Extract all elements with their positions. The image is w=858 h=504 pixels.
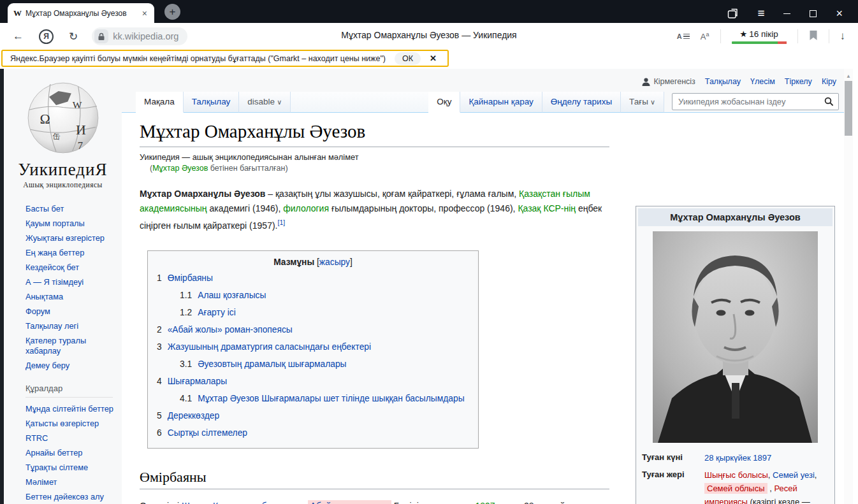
sidebar-tool-link[interactable]: RTRC: [25, 433, 48, 443]
sidebar-link[interactable]: Басты бет: [25, 204, 64, 213]
toc-link[interactable]: Жазушының драматургия саласындағы еңбект…: [168, 342, 371, 352]
plus-icon: +: [170, 6, 176, 18]
text-segment: ғылымдарының докторы, профессор (1946),: [329, 203, 518, 213]
search-input[interactable]: [672, 93, 839, 110]
page-tab[interactable]: Қайнарын қарау: [460, 92, 542, 113]
sidebar-tool-link[interactable]: Қатысты өзгерістер: [25, 419, 99, 428]
page-tab[interactable]: Өңделу тарихы: [542, 92, 621, 113]
page-tab[interactable]: Мақала: [136, 92, 184, 113]
text-segment: академигі (1946),: [207, 203, 284, 213]
text-segment: Қазақ КСР-нің: [518, 203, 576, 213]
toolbar-divider: [829, 29, 829, 43]
sidebar-link[interactable]: Талқылау легі: [25, 321, 78, 331]
translate-icon[interactable]: Aа: [701, 31, 709, 41]
tab-close-icon[interactable]: ×: [141, 9, 149, 18]
sidebar-link[interactable]: Демеу беру: [25, 361, 69, 370]
redirect-link[interactable]: Мұхтар Әуезов: [152, 164, 208, 173]
text-segment: Шығыс Қазақстан облысының: [182, 501, 305, 504]
sidebar-link[interactable]: Анықтама: [25, 292, 63, 301]
wikipedia-page: Ω W И 7 缶 УикипедиЯ Ашық энциклопедиясы …: [4, 69, 844, 504]
tab-row-spacer: [291, 92, 428, 113]
wikipedia-logo[interactable]: Ω W И 7 缶: [22, 148, 104, 157]
search-icon[interactable]: [824, 97, 834, 109]
toc-link[interactable]: Әуезовтың драмалық шығармалары: [198, 359, 346, 369]
warning-close-icon[interactable]: ✕: [430, 54, 437, 63]
minimize-button[interactable]: [783, 13, 790, 14]
sidebar-link[interactable]: Кездейсоқ бет: [25, 263, 79, 272]
toc-number: 6: [157, 428, 162, 438]
close-button[interactable]: ×: [836, 7, 843, 20]
personal-link[interactable]: Үлесім: [750, 77, 775, 86]
text-segment: Бөрілі деген жерде: [391, 501, 476, 504]
logo-wordmark[interactable]: УикипедиЯ: [4, 160, 122, 180]
browser-tab[interactable]: W Мұхтар Омарханұлы Әуезов ×: [8, 3, 154, 23]
toc-item: 6Сыртқы сілтемелер: [157, 427, 469, 439]
sidebar-link[interactable]: Ең жаңа беттер: [25, 248, 84, 257]
menu-icon[interactable]: ≡: [757, 6, 764, 20]
text-segment: Семей уезі: [773, 470, 815, 480]
rating-bar: [732, 41, 787, 44]
personal-link[interactable]: Талқылау: [705, 77, 741, 86]
sidebar-item: Мәлімет: [25, 477, 122, 487]
toc-hide-link[interactable]: жасыру: [319, 257, 350, 267]
toc-title: Мазмұны: [273, 257, 314, 267]
page-tab[interactable]: Оқу: [428, 92, 460, 113]
wiki-sidebar: Ω W И 7 缶 УикипедиЯ Ашық энциклопедиясы …: [4, 69, 122, 504]
infobox-row: Туған жері Шыңғыс болысы, Семей уезі, Се…: [638, 466, 833, 504]
toc-item: 3Жазушының драматургия саласындағы еңбек…: [157, 341, 469, 353]
sidebar-link[interactable]: Жуықтағы өзгерістер: [25, 233, 105, 243]
personal-link[interactable]: Тіркелу: [785, 77, 812, 86]
sidebar-link[interactable]: Форум: [25, 306, 50, 316]
scroll-up-icon[interactable]: ▲: [844, 69, 853, 79]
maximize-button[interactable]: [810, 10, 817, 17]
sidebar-tool-link[interactable]: Мәлімет: [25, 477, 57, 487]
toc-number: 3.1: [180, 359, 192, 369]
toc-link[interactable]: «Абай жолы» роман-эпопеясы: [168, 325, 293, 335]
yandex-button[interactable]: Я: [39, 29, 54, 44]
page-tab[interactable]: Талқылау: [184, 92, 240, 113]
scroll-thumb[interactable]: [845, 81, 852, 136]
page-tab[interactable]: disable: [239, 92, 291, 113]
extension-warning-bar: Яндекс.Браузер қауіпті болуы мүмкін кеңе…: [1, 50, 449, 67]
sidebar-tool-link[interactable]: Тұрақты сілтеме: [25, 463, 88, 472]
rating-widget[interactable]: ★16 пікір: [732, 29, 787, 44]
side-panels-icon[interactable]: [727, 8, 738, 19]
refresh-button[interactable]: ↻: [61, 30, 85, 43]
sidebar-link[interactable]: А — Я тізімдеуі: [25, 277, 84, 287]
sidebar-tool-link[interactable]: Беттен дәйексөз алу: [25, 492, 104, 501]
svg-text:И: И: [76, 122, 86, 138]
toc-link[interactable]: Ағарту ісі: [198, 308, 236, 317]
reader-mode-icon[interactable]: A: [677, 32, 690, 41]
toc-link[interactable]: Өмірбаяны: [168, 273, 213, 283]
toc-link[interactable]: Алаш қозғалысы: [198, 291, 266, 300]
birth-date-link[interactable]: 28 қыркүйек 1897: [704, 453, 771, 463]
back-button[interactable]: ←: [5, 30, 31, 43]
download-icon[interactable]: ↓: [840, 30, 846, 43]
toc-link[interactable]: Сыртқы сілтемелер: [168, 428, 247, 438]
logo-tagline: Ашық энциклопедиясы: [4, 181, 122, 189]
toc-link[interactable]: Дереккөздер: [168, 411, 220, 421]
page-scrollbar[interactable]: ▲: [844, 69, 853, 504]
sidebar-item: Арнайы беттер: [25, 448, 122, 458]
page-tab[interactable]: Тағы: [621, 92, 664, 113]
sidebar-link[interactable]: Қауым порталы: [25, 219, 85, 228]
toc-link[interactable]: Шығармалары: [168, 377, 227, 386]
text-segment: Мұхтар Омарханұлы Әуезов: [140, 189, 265, 199]
sidebar-link[interactable]: Қателер туралы хабарлау: [25, 336, 86, 356]
bookmark-icon[interactable]: [809, 30, 818, 43]
toc-link[interactable]: Мұхтар Әуезов Шығармалары шет тілінде шы…: [198, 394, 464, 403]
sidebar-tool-link[interactable]: Мұнда сілтейтін беттер: [25, 404, 113, 414]
personal-link[interactable]: Кіру: [822, 77, 836, 86]
sidebar-tool-link[interactable]: Арнайы беттер: [25, 448, 82, 457]
address-bar[interactable]: kk.wikipedia.org: [92, 27, 187, 45]
toc-number: 1.2: [180, 308, 192, 317]
lock-icon[interactable]: [94, 29, 108, 43]
portrait-image[interactable]: [653, 435, 818, 445]
sidebar-item: Қауым порталы: [25, 219, 122, 229]
new-tab-button[interactable]: +: [164, 4, 180, 20]
toc-number: 4.1: [180, 394, 192, 403]
ok-button[interactable]: ОК: [395, 52, 421, 65]
browser-tab-bar: W Мұхтар Омарханұлы Әуезов × + ≡ ×: [0, 0, 858, 23]
svg-text:缶: 缶: [52, 132, 60, 141]
toolbar-divider: [797, 29, 798, 43]
